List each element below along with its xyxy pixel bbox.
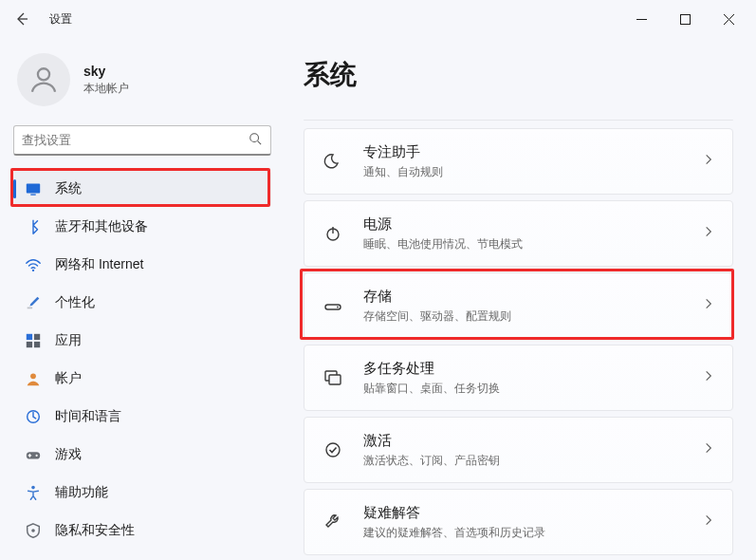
svg-rect-2 (680, 14, 690, 24)
card-title: 多任务处理 (363, 360, 500, 378)
sidebar-item-apps[interactable]: 应用 (13, 323, 271, 359)
titlebar: 设置 (0, 0, 756, 38)
card-list: 专注助手通知、自动规则电源睡眠、电池使用情况、节电模式存储存储空间、驱动器、配置… (304, 128, 733, 560)
card-sub: 通知、自动规则 (363, 164, 443, 180)
chevron-right-icon (702, 151, 715, 172)
sidebar-item-label: 蓝牙和其他设备 (55, 218, 148, 235)
sidebar-item-label: 帐户 (55, 370, 82, 387)
divider (304, 120, 733, 121)
chevron-right-icon (702, 512, 715, 532)
window-title: 设置 (49, 11, 72, 28)
arrow-left-icon (14, 11, 29, 27)
sidebar-item-system[interactable]: 系统 (13, 171, 271, 207)
avatar (17, 53, 70, 106)
close-icon (724, 14, 734, 25)
settings-card-moon[interactable]: 专注助手通知、自动规则 (304, 128, 733, 195)
bluetooth-icon (25, 218, 42, 235)
card-sub: 存储空间、驱动器、配置规则 (363, 308, 511, 325)
sidebar: sky 本地帐户 系统蓝牙和其他设备网络和 Internet个性化应用帐户时间和… (0, 38, 285, 560)
card-title: 疑难解答 (363, 504, 545, 522)
accessibility-icon (25, 484, 42, 501)
sidebar-item-label: 个性化 (55, 294, 95, 311)
sidebar-nav: 系统蓝牙和其他设备网络和 Internet个性化应用帐户时间和语言游戏辅助功能隐… (13, 171, 271, 549)
search-icon (249, 132, 262, 149)
svg-point-5 (38, 68, 49, 80)
activation-icon (322, 440, 344, 459)
time-icon (25, 408, 42, 425)
svg-point-6 (250, 134, 259, 142)
settings-card-activation[interactable]: 激活激活状态、订阅、产品密钥 (304, 417, 733, 483)
chevron-right-icon (702, 439, 715, 460)
maximize-button[interactable] (663, 4, 707, 34)
page-title: 系统 (304, 57, 733, 93)
maximize-icon (680, 14, 691, 25)
sidebar-item-bluetooth[interactable]: 蓝牙和其他设备 (13, 209, 271, 245)
settings-card-storage[interactable]: 存储存储空间、驱动器、配置规则 (304, 272, 733, 339)
settings-card-multitask[interactable]: 多任务处理贴靠窗口、桌面、任务切换 (304, 345, 733, 411)
card-title: 电源 (363, 215, 523, 233)
profile-block[interactable]: sky 本地帐户 (13, 46, 271, 116)
chevron-right-icon (702, 295, 715, 316)
chevron-right-icon (702, 223, 715, 244)
account-icon (25, 370, 42, 387)
privacy-icon (25, 522, 42, 539)
profile-name: sky (83, 64, 129, 79)
card-sub: 睡眠、电池使用情况、节电模式 (363, 236, 523, 252)
apps-icon (25, 332, 42, 349)
sidebar-item-label: 网络和 Internet (55, 256, 143, 273)
troubleshoot-icon (322, 513, 344, 532)
sidebar-item-label: 时间和语言 (55, 408, 121, 425)
sidebar-item-privacy[interactable]: 隐私和安全性 (13, 513, 271, 549)
card-sub: 贴靠窗口、桌面、任务切换 (363, 381, 500, 397)
sidebar-item-gaming[interactable]: 游戏 (13, 437, 271, 473)
sidebar-item-label: 隐私和安全性 (55, 522, 135, 539)
storage-icon (322, 296, 344, 315)
multitask-icon (322, 368, 344, 387)
settings-card-troubleshoot[interactable]: 疑难解答建议的疑难解答、首选项和历史记录 (304, 489, 733, 555)
power-icon (322, 224, 344, 243)
chevron-right-icon (702, 367, 715, 388)
sidebar-item-time[interactable]: 时间和语言 (13, 399, 271, 435)
card-title: 存储 (363, 288, 511, 306)
sidebar-item-brush[interactable]: 个性化 (13, 285, 271, 321)
sidebar-item-label: 游戏 (55, 446, 82, 463)
sidebar-item-label: 系统 (55, 180, 82, 197)
wifi-icon (25, 256, 42, 273)
sidebar-item-label: 应用 (55, 332, 82, 349)
moon-icon (322, 152, 344, 171)
search-box[interactable] (13, 125, 271, 156)
minimize-icon (636, 14, 647, 25)
minimize-button[interactable] (619, 4, 663, 34)
settings-card-power[interactable]: 电源睡眠、电池使用情况、节电模式 (304, 200, 733, 267)
sidebar-item-account[interactable]: 帐户 (13, 361, 271, 397)
main-panel: 系统 专注助手通知、自动规则电源睡眠、电池使用情况、节电模式存储存储空间、驱动器… (285, 38, 756, 560)
sidebar-item-wifi[interactable]: 网络和 Internet (13, 247, 271, 283)
close-button[interactable] (707, 4, 750, 34)
back-button[interactable] (6, 3, 38, 35)
svg-line-7 (258, 141, 262, 145)
profile-sub: 本地帐户 (83, 81, 129, 97)
search-input[interactable] (13, 125, 271, 156)
sidebar-item-label: 辅助功能 (55, 484, 108, 501)
sidebar-item-accessibility[interactable]: 辅助功能 (13, 475, 271, 511)
person-icon (28, 64, 60, 96)
brush-icon (25, 294, 42, 311)
card-sub: 建议的疑难解答、首选项和历史记录 (363, 525, 545, 541)
gaming-icon (25, 446, 42, 463)
card-title: 激活 (363, 432, 500, 450)
card-sub: 激活状态、订阅、产品密钥 (363, 453, 500, 469)
card-title: 专注助手 (363, 143, 443, 161)
system-icon (25, 180, 42, 197)
